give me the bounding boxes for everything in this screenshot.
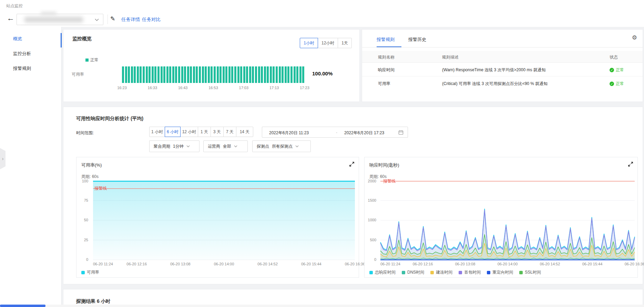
range-button-1h[interactable]: 1小时 [300, 38, 318, 48]
column-rule-name: 规则名称 [378, 54, 395, 60]
range-button-7d[interactable]: 7 天 [223, 127, 236, 137]
x-axis-tick: 06-20 12:16 [413, 262, 433, 266]
expand-icon[interactable] [349, 161, 355, 167]
availability-bar [125, 66, 127, 83]
sidebar-item-monitor-analysis[interactable]: 监控分析 [13, 51, 31, 57]
availability-bar [181, 66, 183, 83]
overview-range-group: 1小时 12小时 1天 [300, 38, 352, 48]
table-header: 规则名称 规则描述 状态 [362, 51, 643, 63]
availability-bar [128, 66, 130, 83]
availability-bar [187, 66, 189, 83]
legend-item[interactable]: 总响应时间 [369, 269, 396, 275]
y-axis-tick: 100 [82, 179, 88, 183]
task-detail-link[interactable]: 任务详情 [121, 17, 140, 23]
legend-item[interactable]: 可用率 [81, 269, 99, 275]
alarm-line-label: 报警线 [383, 178, 396, 184]
y-axis: 1007550250 [76, 181, 91, 260]
availability-bar [302, 66, 304, 83]
availability-bar [217, 66, 219, 83]
alarm-card: 报警规则 报警历史 ⚙ 规则名称 规则描述 状态 响应时间 (Warn) Res… [362, 29, 643, 102]
availability-bar [154, 66, 156, 83]
availability-chart: 可用率(%) 周期: 60s 1007550250 报警线 06-20 11:2… [76, 157, 359, 278]
x-axis-tick: 06-20 13:08 [170, 262, 191, 266]
availability-bar [240, 66, 242, 83]
legend-label: 可用率 [87, 269, 99, 275]
column-rule-desc: 规则描述 [442, 54, 459, 60]
column-status: 状态 [610, 54, 618, 60]
filter-value: 全部 [223, 144, 231, 149]
overview-x-tick: 16:33 [148, 86, 157, 90]
range-button-14d[interactable]: 14 天 [236, 127, 253, 137]
date-start[interactable]: 2022年6月20日 11:23 [269, 130, 309, 136]
date-end[interactable]: 2022年6月20日 17:23 [344, 130, 384, 136]
legend-item[interactable]: SSL时间 [519, 269, 541, 275]
tab-alarm-rules[interactable]: 报警规则 [377, 36, 395, 43]
availability-bar [249, 66, 251, 83]
back-arrow-icon[interactable]: ← [7, 14, 14, 23]
range-button-6h[interactable]: 6 小时 [165, 127, 181, 137]
range-button-12h[interactable]: 12 小时 [180, 127, 198, 137]
horizontal-scrollbar-track[interactable] [0, 305, 644, 307]
alarm-line-label: 报警线 [94, 186, 107, 191]
legend-swatch [369, 271, 373, 274]
overview-x-tick: 16:23 [117, 86, 127, 90]
expand-icon[interactable] [628, 161, 633, 167]
rule-desc: (Warn) ResponseTime 连续 3 次平均值>2000 ms 就通… [442, 67, 546, 73]
analysis-card: 可用性响应时间分析统计 (平均) 时间范围: 1 小时 6 小时 12 小时 1… [63, 107, 643, 284]
availability-bar [264, 66, 266, 83]
panel-collapse-handle[interactable]: › [0, 148, 6, 169]
y-axis-tick: 2000 [368, 179, 376, 183]
sidebar-item-alarm-rules[interactable]: 报警规则 [13, 65, 31, 72]
filter-label: 运营商 [208, 144, 220, 149]
rule-name: 响应时间 [378, 67, 395, 73]
date-range-picker[interactable]: 2022年6月20日 11:23 - 2022年6月20日 17:23 [262, 127, 408, 138]
legend-swatch [430, 271, 434, 274]
task-compare-link[interactable]: 任务对比 [142, 17, 161, 23]
availability-bar [190, 66, 192, 83]
task-select-dropdown[interactable] [17, 14, 103, 25]
availability-bar [163, 66, 165, 83]
overview-legend: 正常 [85, 57, 99, 63]
gear-icon[interactable]: ⚙ [632, 34, 637, 41]
calendar-icon[interactable] [398, 130, 403, 135]
legend-item[interactable]: 首包时间 [459, 269, 481, 275]
task-name-blur-spill [41, 12, 57, 15]
y-axis-tick: 0 [86, 257, 88, 262]
range-button-12h[interactable]: 12小时 [318, 38, 338, 48]
sidebar-item-overview[interactable]: 概览 [13, 36, 22, 42]
tab-alarm-history[interactable]: 报警历史 [408, 36, 426, 43]
availability-bar [237, 66, 239, 83]
carrier-select[interactable]: 运营商 全部 [203, 140, 248, 152]
chart-canvas [93, 181, 355, 260]
edit-pencil-icon[interactable]: ✎ [110, 15, 115, 22]
status-badge: ✓正常 [610, 67, 624, 73]
time-range-label: 时间范围: [76, 130, 94, 136]
range-button-1d[interactable]: 1 天 [198, 127, 211, 137]
availability-bar [252, 66, 254, 83]
table-row: 响应时间 (Warn) ResponseTime 连续 3 次平均值>2000 … [362, 63, 643, 76]
breadcrumb[interactable]: 站点监控 [6, 3, 23, 9]
chart-canvas [380, 181, 635, 260]
availability-bar [178, 66, 180, 83]
legend-item[interactable]: 建连时间 [430, 269, 452, 275]
legend-swatch [459, 271, 462, 274]
range-button-1h[interactable]: 1 小时 [149, 127, 165, 137]
check-circle-icon: ✓ [610, 68, 614, 72]
range-button-3d[interactable]: 3 天 [211, 127, 224, 137]
availability-bar [261, 66, 263, 83]
chevron-down-icon [234, 145, 237, 148]
availability-bar [202, 66, 204, 83]
horizontal-scrollbar-thumb[interactable] [0, 305, 45, 307]
aggregation-period-select[interactable]: 聚合周期 1分钟 [149, 140, 200, 152]
status-badge: ✓正常 [610, 81, 624, 87]
legend-label: DNS时间 [407, 269, 424, 275]
legend-item[interactable]: DNS时间 [402, 269, 424, 275]
range-button-1d[interactable]: 1天 [338, 38, 352, 48]
overview-x-tick: 16:43 [178, 86, 188, 90]
probe-point-select[interactable]: 探测点 所有探测点 [252, 140, 311, 152]
y-axis-tick: 50 [84, 218, 88, 222]
overview-x-axis: 16:2316:3316:4316:5317:0317:1317:23 [122, 86, 305, 91]
legend-label: SSL时间 [525, 269, 541, 275]
chevron-down-icon [295, 145, 299, 148]
legend-item[interactable]: 重定向时间 [487, 269, 513, 275]
